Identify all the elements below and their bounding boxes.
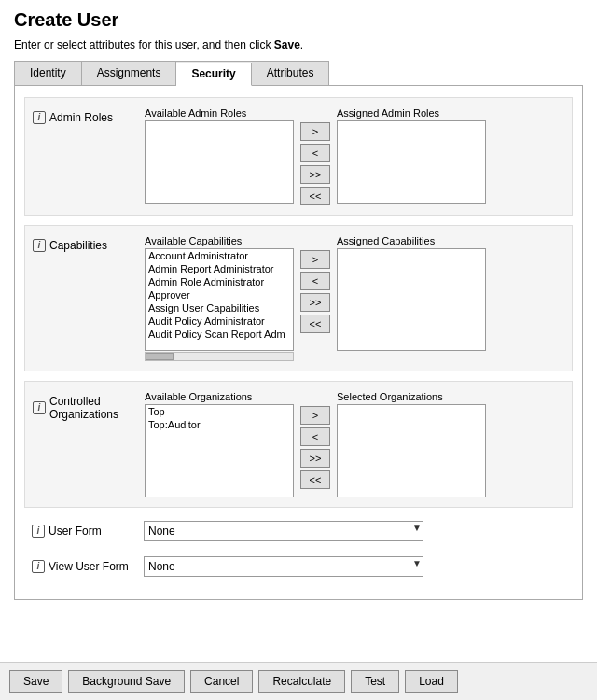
- view-user-form-info-icon[interactable]: i: [32, 560, 45, 573]
- capabilities-arrow-column: > < >> <<: [298, 235, 333, 333]
- orgs-dual-list: Available Organizations Top Top:Auditor …: [145, 391, 564, 497]
- orgs-assigned-header: Selected Organizations: [337, 391, 486, 402]
- capabilities-section: i Capabilities Available Capabilities Ac…: [24, 225, 573, 371]
- admin-roles-assigned-header: Assigned Admin Roles: [337, 107, 486, 119]
- background-save-button[interactable]: Background Save: [68, 670, 185, 693]
- tab-bar: Identity Assignments Security Attributes: [14, 61, 329, 85]
- admin-roles-available-column: Available Admin Roles: [145, 107, 294, 204]
- cap-item-3[interactable]: Admin Role Administrator: [146, 275, 293, 288]
- cancel-button[interactable]: Cancel: [190, 670, 253, 693]
- admin-roles-assigned-list[interactable]: [337, 120, 486, 204]
- orgs-move-left-btn[interactable]: <: [300, 427, 330, 446]
- tab-assignments[interactable]: Assignments: [82, 62, 177, 85]
- user-form-select[interactable]: None: [144, 521, 423, 541]
- orgs-assigned-list[interactable]: [337, 404, 486, 497]
- capabilities-available-list[interactable]: Account Administrator Admin Report Admin…: [145, 248, 294, 351]
- tab-identity[interactable]: Identity: [15, 62, 82, 85]
- capabilities-dual-list: Available Capabilities Account Administr…: [145, 235, 564, 361]
- admin-roles-section: i Admin Roles Available Admin Roles > < …: [24, 97, 573, 216]
- orgs-move-right-all-btn[interactable]: >>: [300, 449, 330, 468]
- tab-attributes[interactable]: Attributes: [252, 62, 329, 85]
- page-wrapper: Create User Enter or select attributes f…: [0, 0, 597, 700]
- page-title: Create User: [14, 9, 583, 31]
- save-button[interactable]: Save: [9, 670, 62, 693]
- orgs-available-header: Available Organizations: [145, 391, 294, 402]
- view-user-form-select[interactable]: None: [144, 556, 423, 577]
- subtitle-text: Enter or select attributes for this user…: [14, 38, 271, 51]
- orgs-available-list[interactable]: Top Top:Auditor: [145, 404, 294, 497]
- orgs-arrow-column: > < >> <<: [298, 391, 333, 489]
- admin-roles-info-icon[interactable]: i: [33, 111, 46, 124]
- org-item-1[interactable]: Top: [146, 405, 293, 418]
- user-form-info-icon[interactable]: i: [32, 525, 45, 538]
- orgs-section: i Controlled Organizations Available Org…: [24, 381, 573, 508]
- admin-roles-move-right-btn[interactable]: >: [300, 122, 330, 141]
- capabilities-assigned-column: Assigned Capabilities: [337, 235, 486, 351]
- capabilities-available-column: Available Capabilities Account Administr…: [145, 235, 294, 361]
- org-item-2[interactable]: Top:Auditor: [146, 418, 293, 431]
- capabilities-assigned-list[interactable]: [337, 248, 486, 351]
- admin-roles-text: Admin Roles: [49, 111, 113, 124]
- subtitle: Enter or select attributes for this user…: [14, 38, 583, 51]
- orgs-assigned-column: Selected Organizations: [337, 391, 486, 497]
- admin-roles-arrow-column: > < >> <<: [298, 107, 333, 205]
- orgs-label: i Controlled Organizations: [33, 391, 145, 421]
- admin-roles-move-left-all-btn[interactable]: <<: [300, 187, 330, 205]
- admin-roles-label: i Admin Roles: [33, 107, 145, 124]
- admin-roles-dual-list: Available Admin Roles > < >> << Assigned…: [145, 107, 564, 205]
- user-form-select-wrapper: None: [144, 521, 423, 541]
- subtitle-save-word: Save: [274, 38, 300, 51]
- cap-item-2[interactable]: Admin Report Administrator: [146, 262, 293, 275]
- capabilities-move-right-all-btn[interactable]: >>: [300, 293, 330, 312]
- bottom-bar: Save Background Save Cancel Recalculate …: [0, 662, 597, 700]
- orgs-move-left-all-btn[interactable]: <<: [300, 470, 330, 489]
- view-user-form-label-text: View User Form: [49, 560, 129, 573]
- user-form-row: i User Form None: [24, 517, 573, 545]
- view-user-form-row: i View User Form None: [24, 553, 573, 581]
- capabilities-move-left-btn[interactable]: <: [300, 272, 330, 290]
- capabilities-move-left-all-btn[interactable]: <<: [300, 315, 330, 333]
- subtitle-period: .: [300, 38, 303, 51]
- tab-security[interactable]: Security: [176, 63, 251, 86]
- test-button[interactable]: Test: [351, 670, 399, 693]
- capabilities-info-icon[interactable]: i: [33, 239, 46, 252]
- capabilities-assigned-header: Assigned Capabilities: [337, 235, 486, 246]
- capabilities-hscrollbar[interactable]: [145, 352, 294, 361]
- user-form-label-container: i User Form: [32, 525, 144, 538]
- cap-item-6[interactable]: Audit Policy Administrator: [146, 315, 293, 328]
- cap-item-7[interactable]: Audit Policy Scan Report Adm: [146, 328, 293, 341]
- admin-roles-available-header: Available Admin Roles: [145, 107, 294, 119]
- admin-roles-move-left-btn[interactable]: <: [300, 144, 330, 162]
- capabilities-hscrollbar-thumb: [146, 353, 174, 360]
- cap-item-1[interactable]: Account Administrator: [146, 249, 293, 262]
- cap-item-5[interactable]: Assign User Capabilities: [146, 301, 293, 315]
- admin-roles-move-right-all-btn[interactable]: >>: [300, 165, 330, 184]
- cap-item-4[interactable]: Approver: [146, 288, 293, 301]
- orgs-text: Controlled Organizations: [49, 395, 145, 421]
- view-user-form-select-wrapper: None: [144, 556, 423, 577]
- orgs-info-icon[interactable]: i: [33, 401, 46, 414]
- load-button[interactable]: Load: [405, 670, 458, 693]
- capabilities-label: i Capabilities: [33, 235, 145, 252]
- capabilities-text: Capabilities: [49, 239, 107, 252]
- orgs-available-column: Available Organizations Top Top:Auditor: [145, 391, 294, 497]
- admin-roles-available-list[interactable]: [145, 120, 294, 204]
- recalculate-button[interactable]: Recalculate: [258, 670, 345, 693]
- user-form-label-text: User Form: [49, 525, 102, 538]
- admin-roles-assigned-column: Assigned Admin Roles: [337, 107, 486, 204]
- capabilities-available-header: Available Capabilities: [145, 235, 294, 246]
- view-user-form-label-container: i View User Form: [32, 560, 144, 573]
- content-area: i Admin Roles Available Admin Roles > < …: [14, 85, 583, 600]
- capabilities-move-right-btn[interactable]: >: [300, 250, 330, 269]
- orgs-move-right-btn[interactable]: >: [300, 406, 330, 425]
